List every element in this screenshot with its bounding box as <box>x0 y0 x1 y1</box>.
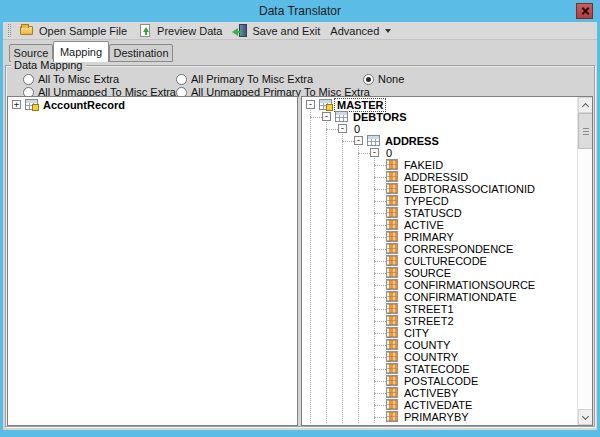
open-sample-file-button[interactable]: Open Sample File <box>15 22 133 40</box>
tree-connector-line <box>374 309 386 310</box>
collapse-icon[interactable]: - <box>306 100 315 109</box>
tree-node-postalcode[interactable]: POSTALCODE <box>302 375 577 387</box>
tree-node-label: MASTER <box>335 99 385 111</box>
tree-connector-line <box>374 333 386 334</box>
column-icon <box>386 327 398 338</box>
column-icon <box>386 339 398 350</box>
collapse-icon[interactable]: - <box>370 148 379 157</box>
table-icon <box>367 135 380 146</box>
tree-node-typecd[interactable]: TYPECD <box>302 195 577 207</box>
advanced-menu-button[interactable]: Advanced <box>326 22 397 40</box>
tree-node-culturecode[interactable]: CULTURECODE <box>302 255 577 267</box>
tree-node-primaryby[interactable]: PRIMARYBY <box>302 411 577 423</box>
tree-node-label: PRIMARYBY <box>402 411 471 423</box>
tree-node-label: AccountRecord <box>41 99 127 111</box>
tab-strip: Source Mapping Destination <box>3 40 597 62</box>
tree-node-source[interactable]: SOURCE <box>302 267 577 279</box>
tree-node-accountrecord[interactable]: +AccountRecord <box>8 99 297 111</box>
tree-node-addressid[interactable]: ADDRESSID <box>302 171 577 183</box>
tree-node-address[interactable]: -ADDRESS <box>302 135 577 147</box>
close-icon <box>581 8 588 15</box>
tree-node-statecode[interactable]: STATECODE <box>302 363 577 375</box>
tab-mapping[interactable]: Mapping <box>53 41 109 62</box>
tree-connector-line <box>326 129 338 130</box>
tree-node-label: CONFIRMATIONDATE <box>402 291 519 303</box>
table-key-icon <box>319 99 332 110</box>
scroll-thumb[interactable] <box>578 113 593 149</box>
tree-node-correspondence[interactable]: CORRESPONDENCE <box>302 243 577 255</box>
tree-connector-line <box>374 201 386 202</box>
radio-all-to-misc-extra[interactable]: All To Misc Extra <box>23 73 119 85</box>
save-and-exit-label: Save and Exit <box>252 25 320 37</box>
vertical-scrollbar[interactable] <box>577 97 592 425</box>
tree-node-confirmationdate[interactable]: CONFIRMATIONDATE <box>302 291 577 303</box>
tree-connector-line <box>374 417 386 418</box>
tree-node-statuscd[interactable]: STATUSCD <box>302 207 577 219</box>
dropdown-caret-icon <box>385 29 391 33</box>
tree-node-label: ACTIVE <box>402 219 446 231</box>
tree-node-debtorassociationid[interactable]: DEBTORASSOCIATIONID <box>302 183 577 195</box>
column-icon <box>386 351 398 362</box>
tree-node-label: TYPECD <box>402 195 451 207</box>
column-icon <box>386 315 398 326</box>
chevron-up-icon <box>582 103 589 110</box>
tree-node-debtors[interactable]: -DEBTORS <box>302 111 577 123</box>
tree-node-active[interactable]: ACTIVE <box>302 219 577 231</box>
tree-connector-line <box>374 393 386 394</box>
column-icon <box>386 399 398 410</box>
column-icon <box>386 375 398 386</box>
radio-none[interactable]: None <box>363 73 404 85</box>
tree-connector-line <box>374 261 386 262</box>
column-icon <box>386 195 398 206</box>
column-icon <box>386 363 398 374</box>
open-sample-file-label: Open Sample File <box>39 25 127 37</box>
collapse-icon[interactable]: - <box>354 136 363 145</box>
tree-node-activeby[interactable]: ACTIVEBY <box>302 387 577 399</box>
tree-connector-line <box>374 237 386 238</box>
tree-node-street1[interactable]: STREET1 <box>302 303 577 315</box>
radio-all-primary-to-misc-extra[interactable]: All Primary To Misc Extra <box>176 73 313 85</box>
table-key-icon <box>25 99 38 110</box>
tree-node-confirmationsource[interactable]: CONFIRMATIONSOURCE <box>302 279 577 291</box>
table-icon <box>335 111 348 122</box>
tree-node-label: COUNTRY <box>402 351 460 363</box>
destination-tree: -MASTER-DEBTORS-0-ADDRESS-0FAKEIDADDRESS… <box>302 97 577 425</box>
column-icon <box>386 303 398 314</box>
source-tree-panel[interactable]: +AccountRecord <box>7 96 298 426</box>
tree-node-label: STATECODE <box>402 363 472 375</box>
close-button[interactable] <box>576 3 593 19</box>
tree-node-activedate[interactable]: ACTIVEDATE <box>302 399 577 411</box>
tree-node-fakeid[interactable]: FAKEID <box>302 159 577 171</box>
tree-node-0[interactable]: -0 <box>302 147 577 159</box>
column-icon <box>386 219 398 230</box>
column-icon <box>386 207 398 218</box>
tree-node-label: CULTURECODE <box>402 255 489 267</box>
radio-selected-icon <box>363 74 374 85</box>
tree-node-label: DEBTORS <box>351 111 409 123</box>
tree-node-country[interactable]: COUNTRY <box>302 351 577 363</box>
tree-node-master[interactable]: -MASTER <box>302 99 577 111</box>
scroll-up-button[interactable] <box>578 97 593 113</box>
tab-destination[interactable]: Destination <box>109 44 173 62</box>
tree-connector-line <box>358 153 370 154</box>
collapse-icon[interactable]: - <box>322 112 331 121</box>
tree-node-street2[interactable]: STREET2 <box>302 315 577 327</box>
tree-node-label: STATUSCD <box>402 207 464 219</box>
collapse-icon[interactable]: - <box>338 124 347 133</box>
source-tree: +AccountRecord <box>8 97 297 425</box>
tree-node-city[interactable]: CITY <box>302 327 577 339</box>
title-bar[interactable]: Data Translator <box>0 0 600 22</box>
scroll-down-button[interactable] <box>578 409 593 425</box>
tree-node-label: 0 <box>384 147 394 159</box>
expand-icon[interactable]: + <box>12 100 21 109</box>
tree-node-label: COUNTY <box>402 339 452 351</box>
tree-node-primary[interactable]: PRIMARY <box>302 231 577 243</box>
tree-node-county[interactable]: COUNTY <box>302 339 577 351</box>
toolbar-grip-icon[interactable] <box>8 24 11 37</box>
destination-tree-panel[interactable]: -MASTER-DEBTORS-0-ADDRESS-0FAKEIDADDRESS… <box>301 96 593 426</box>
tree-node-0[interactable]: -0 <box>302 123 577 135</box>
preview-data-button[interactable]: Preview Data <box>133 22 228 40</box>
column-icon <box>386 255 398 266</box>
save-and-exit-button[interactable]: Save and Exit <box>228 22 326 40</box>
tree-node-label: ACTIVEBY <box>402 387 460 399</box>
